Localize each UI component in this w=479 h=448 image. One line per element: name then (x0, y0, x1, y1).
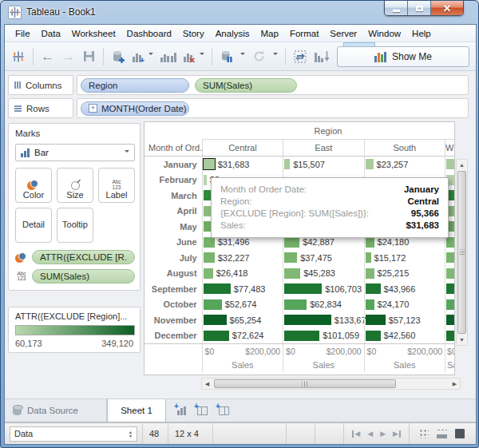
scroll-right-icon[interactable]: ▶ (449, 379, 460, 389)
chart-cell-west-clipped[interactable] (445, 266, 454, 282)
label-button[interactable]: Abc123 Label (98, 168, 135, 203)
menu-help[interactable]: Help (406, 26, 437, 41)
chart-cell-south-december[interactable]: $42,560 (364, 328, 445, 344)
menu-dashboard[interactable]: Dashboard (121, 26, 177, 41)
bar-mark[interactable] (204, 315, 227, 325)
tab-sheet1[interactable]: Sheet 1 (107, 399, 166, 422)
new-sheet-dropdown-caret[interactable] (148, 53, 153, 57)
new-story-tab-icon[interactable]: + (219, 406, 229, 415)
show-me-button[interactable]: Show Me (337, 46, 469, 67)
bar-mark[interactable] (446, 331, 454, 341)
menu-format[interactable]: Format (284, 26, 324, 41)
bar-mark[interactable] (366, 268, 374, 279)
bar-mark[interactable] (446, 237, 454, 248)
bar-mark[interactable] (446, 159, 454, 169)
chart-cell-east-july[interactable]: $37,475 (283, 250, 363, 266)
swap-axes-icon[interactable] (293, 50, 307, 64)
bar-mark[interactable] (284, 237, 299, 248)
bar-mark[interactable] (446, 315, 454, 325)
legend-gradient[interactable] (15, 325, 135, 335)
chart-cell-south-october[interactable]: $24,170 (364, 297, 445, 313)
vertical-scrollbar[interactable]: ▲ ▼ (456, 159, 468, 346)
chart-cell-east-october[interactable]: $62,834 (283, 297, 363, 313)
tableau-logo-icon[interactable] (11, 50, 26, 64)
chart-cell-west-clipped[interactable] (445, 157, 454, 172)
rows-shelf[interactable]: + MONTH(Order Date) (77, 98, 469, 118)
chart-cell-west-clipped[interactable] (445, 281, 454, 297)
refresh-dropdown-caret[interactable] (273, 53, 278, 57)
detail-button[interactable]: Detail (15, 208, 52, 243)
duplicate-sheet-icon[interactable] (160, 51, 176, 62)
single-view-icon[interactable] (455, 429, 465, 438)
clear-sheet-icon[interactable]: ✕ (184, 51, 192, 62)
chart-cell-central-july[interactable]: $32,227 (202, 250, 283, 266)
bar-mark[interactable] (446, 268, 454, 279)
chart-cell-central-september[interactable]: $77,483 (202, 281, 283, 297)
tab-data-source[interactable]: Data Source (5, 399, 107, 422)
updates-dropdown-caret[interactable] (240, 53, 245, 57)
chart-cell-south-july[interactable]: $15,172 (364, 250, 445, 266)
chart-cell-central-october[interactable]: $52,674 (202, 297, 283, 313)
scroll-up-icon[interactable]: ▲ (457, 160, 467, 170)
first-page-icon[interactable]: ◀ (352, 430, 360, 438)
bar-mark[interactable] (366, 331, 381, 341)
clear-dropdown-caret[interactable] (200, 53, 204, 57)
bar-mark[interactable] (446, 252, 454, 263)
expand-icon[interactable]: + (89, 104, 97, 113)
chart-cell-west-clipped[interactable] (445, 312, 454, 328)
size-button[interactable]: Size (57, 168, 93, 203)
next-page-icon[interactable]: ▶ (380, 430, 386, 438)
bar-mark[interactable] (204, 252, 215, 263)
bar-mark[interactable] (366, 283, 381, 294)
chart-cell-west-clipped[interactable] (445, 297, 454, 313)
menu-story[interactable]: Story (177, 26, 210, 41)
bar-mark[interactable] (204, 159, 215, 169)
tooltip-button[interactable]: Tooltip (57, 208, 93, 243)
chart-cell-central-december[interactable]: $72,624 (202, 328, 283, 344)
horizontal-scroll-thumb[interactable] (214, 379, 396, 388)
menu-file[interactable]: File (10, 26, 36, 41)
pill-sum-sales-marks[interactable]: SUM(Sales) (32, 269, 135, 283)
vertical-scroll-thumb[interactable] (457, 171, 466, 334)
chart-cell-east-november[interactable]: $133,674 (283, 312, 364, 328)
bar-mark[interactable] (446, 283, 454, 294)
bar-mark[interactable] (284, 315, 331, 325)
chart-cell-east-december[interactable]: $101,059 (283, 328, 363, 344)
pause-updates-icon[interactable] (220, 50, 233, 63)
refresh-icon[interactable] (252, 50, 266, 63)
chart-cell-central-november[interactable]: $65,254 (202, 312, 283, 328)
chart-cell-east-january[interactable]: $15,507 (283, 157, 363, 172)
chart-cell-south-january[interactable]: $23,257 (364, 157, 445, 172)
titlebar[interactable]: Tableau - Book1 ✕ (1, 1, 478, 24)
minimize-button[interactable] (385, 1, 408, 15)
bar-mark[interactable] (204, 268, 213, 279)
grid-view-icon[interactable] (437, 429, 447, 438)
menu-server[interactable]: Server (324, 26, 362, 41)
bar-mark[interactable] (366, 159, 374, 169)
bar-mark[interactable] (284, 159, 290, 169)
chart-cell-south-november[interactable]: $57,123 (364, 312, 445, 328)
new-worksheet-tab-icon[interactable]: + (177, 406, 186, 415)
redo-forward-icon[interactable]: → (61, 50, 75, 63)
close-button[interactable]: ✕ (431, 1, 463, 15)
pill-region[interactable]: Region (81, 78, 189, 93)
pill-month-order-date[interactable]: + MONTH(Order Date) (81, 101, 189, 116)
scroll-left-icon[interactable]: ◀ (202, 379, 212, 389)
bar-mark[interactable] (204, 299, 222, 310)
bar-mark[interactable] (366, 299, 374, 310)
menu-window[interactable]: Window (362, 26, 406, 41)
bar-mark[interactable] (284, 331, 319, 341)
bar-mark[interactable] (204, 175, 207, 185)
chart-cell-west-clipped[interactable] (445, 250, 454, 266)
menu-data[interactable]: Data (36, 26, 66, 41)
bar-mark[interactable] (446, 299, 454, 310)
pill-attr-exclude[interactable]: ATTR({EXCLUDE [R.. (32, 250, 135, 264)
bar-mark[interactable] (204, 237, 215, 248)
new-datasource-icon[interactable] (111, 50, 125, 64)
bar-mark[interactable] (366, 237, 374, 248)
sort-descending-icon[interactable] (315, 51, 330, 62)
menu-analysis[interactable]: Analysis (210, 26, 255, 41)
bar-mark[interactable] (284, 299, 307, 310)
tiles-view-icon[interactable] (419, 429, 429, 438)
chart-cell-south-august[interactable]: $25,215 (364, 266, 445, 282)
